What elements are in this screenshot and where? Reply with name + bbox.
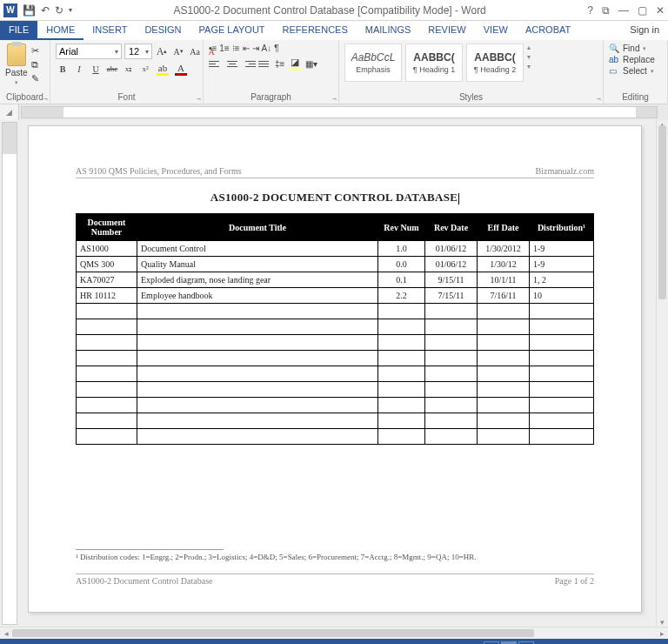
bold-button[interactable]: B [56,62,70,76]
sort-button[interactable]: A↓ [262,44,272,53]
tab-references[interactable]: REFERENCES [274,21,357,40]
tab-view[interactable]: VIEW [475,21,517,40]
table-cell[interactable]: 1, 2 [530,272,594,288]
ribbon-display-icon[interactable]: ⧉ [602,4,610,17]
table-cell[interactable]: QMS 300 [77,257,137,272]
paste-button[interactable]: Paste ▾ [5,44,28,86]
style-card[interactable]: AaBbCcLEmphasis [344,44,402,82]
tab-design[interactable]: DESIGN [136,21,190,40]
underline-button[interactable]: U [89,62,103,76]
table-cell[interactable]: 0.0 [378,257,425,272]
find-button[interactable]: 🔍Find▾ [609,44,655,53]
cut-icon[interactable]: ✂ [31,45,39,57]
table-cell[interactable] [77,319,137,335]
scroll-left-icon[interactable]: ◂ [0,629,12,638]
table-cell[interactable] [77,366,137,382]
table-cell[interactable]: 9/15/11 [425,272,478,288]
style-card[interactable]: AABBC(¶ Heading 1 [405,44,463,82]
scroll-right-icon[interactable]: ▸ [656,629,668,638]
table-cell[interactable] [530,319,594,335]
font-size-combo[interactable]: ▾ [124,44,152,59]
table-cell[interactable] [530,335,594,351]
table-cell[interactable] [425,304,478,319]
align-right-button[interactable] [242,57,256,70]
table-cell[interactable]: 1/30/12 [478,257,530,272]
table-cell[interactable]: 10 [530,288,594,304]
table-row[interactable]: AS1000Document Control1.001/06/121/30/20… [77,241,594,257]
table-cell[interactable]: 0.1 [378,272,425,288]
table-row[interactable]: HR 10112Employee handbook2.27/15/117/16/… [77,288,594,304]
table-cell[interactable] [425,413,478,429]
table-cell[interactable] [77,413,137,429]
table-cell[interactable] [530,398,594,413]
tab-home[interactable]: HOME [37,21,84,40]
minimize-icon[interactable]: — [618,4,629,17]
text-highlight-button[interactable]: ab [155,63,170,76]
bullets-button[interactable]: •≡ [209,44,217,53]
table-cell[interactable]: AS1000 [77,241,137,257]
table-cell[interactable] [478,366,530,382]
save-icon[interactable]: 💾 [23,4,36,17]
show-hide-button[interactable]: ¶ [274,44,278,53]
shrink-font-button[interactable]: A▾ [171,44,185,58]
horizontal-scrollbar[interactable]: ◂ ▸ [0,627,668,639]
format-painter-icon[interactable]: ✎ [31,73,39,84]
table-cell[interactable]: 7/15/11 [425,288,478,304]
page[interactable]: AS 9100 QMS Policies, Procedures, and Fo… [28,125,642,613]
table-cell[interactable]: Exploded diagram, nose landing gear [137,272,378,288]
table-row[interactable] [77,398,594,413]
vertical-ruler[interactable] [2,122,17,625]
table-cell[interactable] [530,351,594,366]
table-cell[interactable] [137,413,378,429]
tab-mailings[interactable]: MAILINGS [357,21,420,40]
table-cell[interactable]: Employee handbook [137,288,378,304]
table-cell[interactable] [478,304,530,319]
table-cell[interactable]: 2.2 [378,288,425,304]
grow-font-button[interactable]: A▴ [155,44,169,58]
table-cell[interactable]: 7/16/11 [478,288,530,304]
strikethrough-button[interactable]: abc [105,62,119,76]
table-row[interactable]: KA70027Exploded diagram, nose landing ge… [77,272,594,288]
table-row[interactable] [77,366,594,382]
tab-review[interactable]: REVIEW [419,21,474,40]
table-cell[interactable] [378,304,425,319]
font-color-button[interactable]: A [173,63,189,76]
vertical-scrollbar[interactable]: ▴ ▾ [656,120,668,627]
decrease-indent-button[interactable]: ⇤ [243,44,250,53]
tab-page-layout[interactable]: PAGE LAYOUT [190,21,274,40]
table-cell[interactable] [425,429,478,445]
table-row[interactable] [77,319,594,335]
tab-acrobat[interactable]: ACROBAT [517,21,579,40]
table-cell[interactable] [137,319,378,335]
scroll-thumb-vertical[interactable] [658,125,666,299]
multilevel-list-button[interactable]: ⁝≡ [232,44,240,53]
table-cell[interactable] [478,382,530,398]
table-cell[interactable] [478,413,530,429]
table-cell[interactable] [425,319,478,335]
table-cell[interactable] [378,335,425,351]
table-cell[interactable] [425,366,478,382]
table-cell[interactable] [378,413,425,429]
table-cell[interactable]: 1-9 [530,257,594,272]
table-cell[interactable] [478,319,530,335]
table-cell[interactable] [77,429,137,445]
table-cell[interactable] [137,382,378,398]
table-cell[interactable] [137,304,378,319]
table-cell[interactable] [77,304,137,319]
table-cell[interactable] [77,398,137,413]
change-case-button[interactable]: Aa [188,44,202,58]
table-cell[interactable]: 01/06/12 [425,257,478,272]
table-cell[interactable]: Quality Manual [137,257,378,272]
justify-button[interactable] [258,57,272,70]
table-row[interactable] [77,382,594,398]
table-cell[interactable] [137,366,378,382]
table-cell[interactable] [378,366,425,382]
table-row[interactable] [77,429,594,445]
table-row[interactable] [77,335,594,351]
table-cell[interactable] [137,398,378,413]
table-cell[interactable] [478,351,530,366]
subscript-button[interactable]: x₂ [122,62,136,76]
scroll-thumb-horizontal[interactable] [12,629,534,637]
table-cell[interactable] [137,429,378,445]
numbering-button[interactable]: 1≡ [219,44,229,53]
